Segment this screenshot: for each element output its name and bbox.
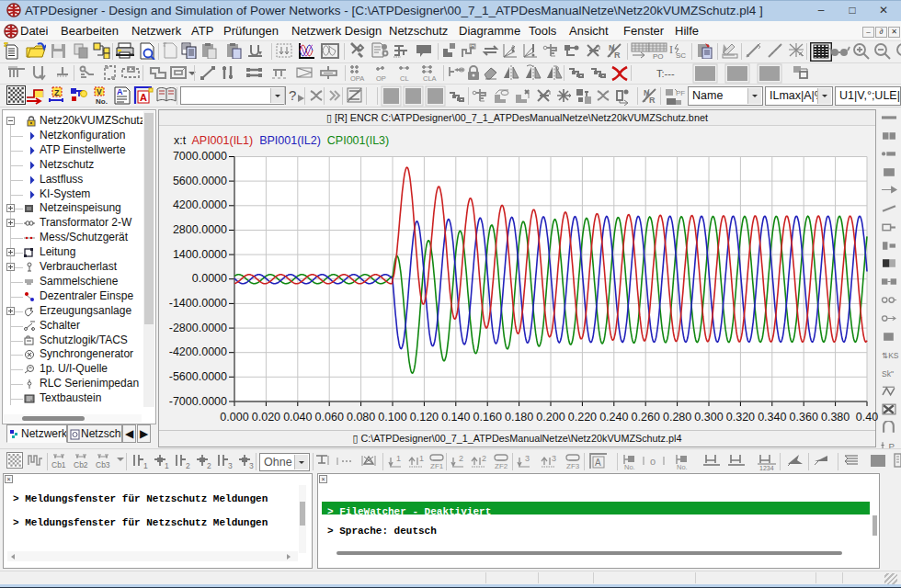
svg-text:ZF2: ZF2 [495, 462, 508, 470]
svg-text:R: R [649, 96, 656, 104]
svg-text:P: P [471, 43, 475, 50]
svg-text:Cb1: Cb1 [51, 460, 66, 469]
svg-text:No.: No. [96, 97, 108, 106]
svg-text:3: 3 [525, 454, 530, 463]
svg-text:Cb3: Cb3 [96, 460, 110, 469]
svg-text:1: 1 [165, 461, 169, 470]
svg-text:OPA: OPA [350, 74, 364, 83]
svg-text:PQ: PQ [653, 52, 664, 59]
svg-text:2: 2 [207, 461, 211, 470]
svg-text:CL: CL [400, 74, 409, 83]
svg-text:No.: No. [677, 463, 688, 470]
svg-text:A: A [140, 92, 147, 103]
svg-text:1234: 1234 [759, 465, 774, 470]
svg-text:Z: Z [54, 88, 60, 97]
svg-text:Sk": Sk" [882, 369, 894, 379]
svg-text:3: 3 [249, 461, 254, 470]
svg-text:PF: PF [676, 89, 685, 97]
svg-text:1: 1 [419, 454, 424, 463]
svg-text:?: ? [289, 87, 296, 103]
svg-text:Cb2: Cb2 [74, 460, 88, 469]
svg-text:⇅KS: ⇅KS [882, 351, 899, 360]
svg-text:I: I [669, 43, 673, 56]
svg-text:R: R [614, 51, 621, 59]
svg-text:ZF3: ZF3 [566, 462, 580, 470]
svg-text:ZF1: ZF1 [430, 462, 444, 470]
svg-text:o: o [650, 456, 656, 467]
svg-text:3: 3 [552, 454, 556, 463]
svg-text:SC: SC [676, 51, 686, 59]
svg-text:1: 1 [143, 461, 148, 470]
svg-text:No.: No. [624, 463, 635, 470]
svg-text:A: A [595, 458, 601, 468]
svg-text:V: V [97, 87, 102, 96]
svg-text:3: 3 [228, 461, 233, 470]
svg-text:2: 2 [459, 454, 463, 463]
svg-text:OP: OP [376, 74, 386, 83]
svg-text:1: 1 [396, 454, 401, 463]
svg-text:2: 2 [186, 461, 190, 470]
svg-text:2: 2 [482, 454, 486, 463]
svg-text:A: A [117, 87, 123, 96]
svg-text:CLA: CLA [423, 74, 437, 83]
